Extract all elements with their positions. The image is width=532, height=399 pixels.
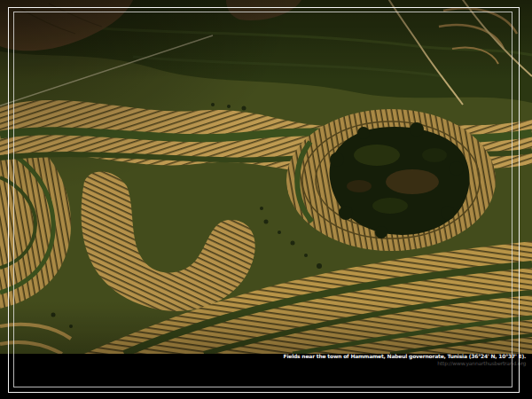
aerial-photo-art (0, 0, 532, 354)
aerial-photo (0, 0, 532, 354)
caption: Fields near the town of Hammamet, Nabeul… (29, 353, 526, 366)
caption-url: http://www.yannarthusbertrand.org (29, 360, 526, 366)
caption-title: Fields near the town of Hammamet, Nabeul… (29, 353, 526, 359)
wallpaper: Fields near the town of Hammamet, Nabeul… (0, 0, 532, 399)
